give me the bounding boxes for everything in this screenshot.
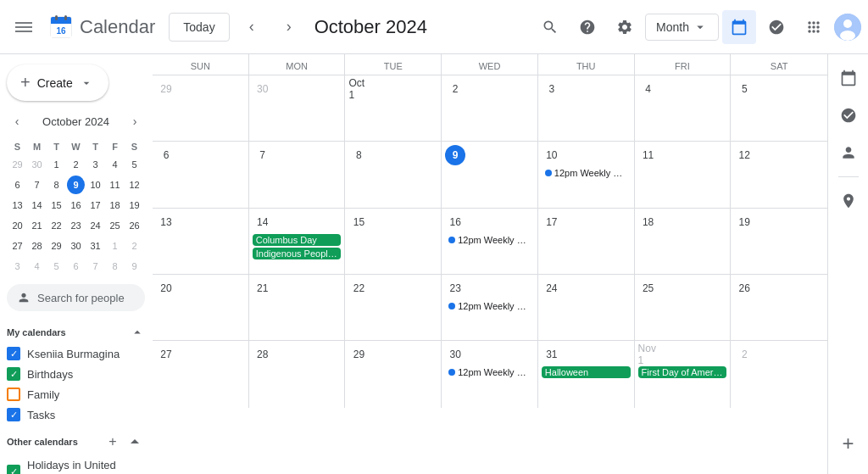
mini-cal-day[interactable]: 3 [86, 155, 104, 174]
calendar-checkbox[interactable]: ✓ [7, 347, 20, 360]
contacts-icon-panel[interactable] [832, 136, 865, 170]
mini-cal-day[interactable]: 28 [28, 237, 46, 255]
mini-cal-day[interactable]: 13 [8, 196, 26, 215]
mini-cal-day[interactable]: 5 [47, 257, 65, 276]
today-button[interactable]: Today [169, 13, 229, 42]
day-number[interactable]: 21 [253, 278, 273, 298]
calendar-day[interactable]: 24 [538, 275, 635, 340]
my-calendar-item[interactable]: ✓Tasks [0, 404, 152, 425]
calendar-day[interactable]: 6 [153, 142, 249, 207]
mini-cal-day[interactable]: 8 [106, 257, 124, 276]
calendar-day[interactable]: 28 [249, 341, 346, 407]
calendar-day[interactable]: Oct 1 [345, 75, 442, 141]
my-calendar-item[interactable]: ✓Kseniia Burmagina [0, 343, 152, 364]
view-selector[interactable]: Month [645, 14, 719, 41]
calendar-day[interactable]: 1012pm Weekly Webinar [538, 142, 635, 207]
day-number[interactable]: 25 [638, 278, 659, 298]
day-number[interactable]: 30 [253, 79, 273, 99]
day-number[interactable]: 26 [734, 278, 754, 298]
mini-cal-day[interactable]: 22 [47, 216, 65, 235]
settings-button[interactable] [608, 10, 642, 44]
day-number[interactable]: 2 [734, 344, 754, 365]
calendar-day[interactable]: 5 [731, 75, 827, 141]
day-number[interactable]: 6 [156, 145, 176, 165]
calendar-day[interactable]: 17 [538, 209, 635, 274]
calendar-checkbox[interactable] [7, 388, 20, 401]
calendar-day[interactable]: 20 [153, 275, 249, 340]
day-number[interactable]: 7 [253, 145, 273, 165]
calendar-day[interactable]: 21 [249, 275, 346, 340]
calendar-day[interactable]: 2 [442, 75, 538, 141]
calendar-day[interactable]: 26 [731, 275, 827, 340]
day-number[interactable]: 24 [542, 278, 562, 298]
mini-cal-day[interactable]: 9 [125, 257, 143, 276]
mini-cal-day[interactable]: 1 [47, 155, 65, 174]
mini-cal-day[interactable]: 30 [28, 155, 46, 174]
hamburger-button[interactable] [7, 10, 41, 44]
add-other-calendar-button[interactable]: + [103, 432, 123, 452]
mini-cal-day[interactable]: 6 [67, 257, 85, 276]
calendar-day[interactable]: Nov 1First Day of American In [635, 341, 732, 407]
calendar-day[interactable]: 4 [635, 75, 732, 141]
event-chip[interactable]: 12pm Weekly Webinar [445, 366, 534, 378]
other-calendar-item[interactable]: ✓Holidays in United States [0, 455, 152, 474]
mini-cal-day[interactable]: 29 [8, 155, 26, 174]
calendar-day[interactable]: 2 [731, 341, 827, 407]
day-number[interactable]: 30 [445, 344, 465, 365]
mini-cal-day[interactable]: 21 [28, 216, 46, 235]
mini-cal-day[interactable]: 4 [106, 155, 124, 174]
event-chip[interactable]: First Day of American In [638, 366, 727, 378]
mini-cal-day[interactable]: 7 [28, 176, 46, 194]
other-calendar-checkbox[interactable]: ✓ [7, 465, 20, 474]
mini-cal-day[interactable]: 14 [28, 196, 46, 215]
calendar-checkbox[interactable]: ✓ [7, 367, 20, 381]
mini-cal-day[interactable]: 27 [8, 237, 26, 255]
mini-prev-button[interactable]: ‹ [7, 111, 27, 131]
calendar-day[interactable]: 7 [249, 142, 346, 207]
mini-cal-day[interactable]: 12 [125, 176, 143, 194]
prev-month-button[interactable]: ‹ [236, 12, 267, 42]
mini-cal-day[interactable]: 8 [47, 176, 65, 194]
calendar-day[interactable]: 3 [538, 75, 635, 141]
day-number[interactable]: Oct 1 [348, 79, 369, 99]
calendar-day[interactable]: 2312pm Weekly Webinar [442, 275, 538, 340]
mini-cal-day[interactable]: 1 [106, 237, 124, 255]
mini-cal-day[interactable]: 19 [125, 196, 143, 215]
calendar-day[interactable]: 15 [345, 209, 442, 274]
mini-cal-day[interactable]: 2 [125, 237, 143, 255]
tasks-view-button[interactable] [760, 10, 793, 44]
help-button[interactable] [570, 10, 604, 44]
day-number[interactable]: Nov 1 [638, 344, 659, 365]
mini-cal-day[interactable]: 4 [28, 257, 46, 276]
day-number[interactable]: 4 [638, 79, 659, 99]
event-chip[interactable]: 12pm Weekly Webinar [542, 167, 631, 179]
mini-cal-day[interactable]: 30 [67, 237, 85, 255]
day-number[interactable]: 17 [542, 212, 562, 232]
day-number[interactable]: 18 [638, 212, 659, 232]
calendar-day[interactable]: 12 [731, 142, 827, 207]
mini-cal-day[interactable]: 25 [106, 216, 124, 235]
event-chip[interactable]: 12pm Weekly Webinar [445, 300, 534, 312]
day-number[interactable]: 15 [348, 212, 369, 232]
my-calendar-item[interactable]: ✓Birthdays [0, 364, 152, 384]
day-number[interactable]: 12 [734, 145, 754, 165]
mini-cal-day[interactable]: 24 [86, 216, 104, 235]
day-number[interactable]: 20 [156, 278, 176, 298]
mini-cal-day[interactable]: 10 [86, 176, 104, 194]
mini-cal-day[interactable]: 3 [8, 257, 26, 276]
calendar-day[interactable]: 27 [153, 341, 249, 407]
mini-cal-day[interactable]: 20 [8, 216, 26, 235]
day-number[interactable]: 22 [348, 278, 369, 298]
day-number[interactable]: 16 [445, 212, 465, 232]
create-button[interactable]: + Create [7, 64, 108, 101]
day-number[interactable]: 2 [445, 79, 465, 99]
tasks-icon-panel[interactable] [832, 98, 865, 132]
next-month-button[interactable]: › [274, 12, 304, 42]
calendar-day[interactable]: 11 [635, 142, 732, 207]
other-calendars-chevron-icon[interactable] [125, 432, 145, 452]
mini-cal-day[interactable]: 18 [106, 196, 124, 215]
day-number[interactable]: 27 [156, 344, 176, 365]
calendar-day[interactable]: 3012pm Weekly Webinar [442, 341, 538, 407]
search-people-field[interactable]: Search for people [7, 284, 145, 311]
mini-cal-day[interactable]: 29 [47, 237, 65, 255]
